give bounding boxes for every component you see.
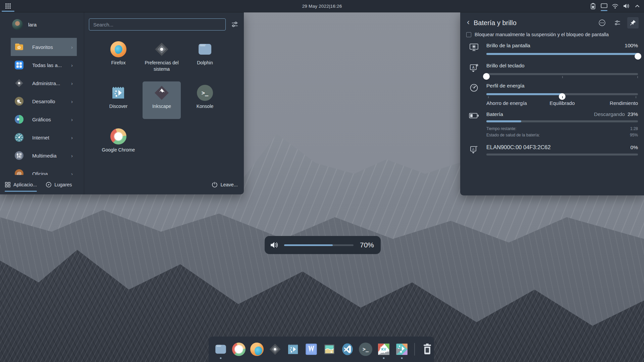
category-favoritos[interactable]: Favoritos › bbox=[11, 38, 77, 56]
peripheral-battery-icon: A bbox=[466, 144, 482, 156]
display-tray-button[interactable] bbox=[600, 1, 608, 11]
dock-item-vscode[interactable] bbox=[341, 343, 354, 356]
search-input[interactable] bbox=[89, 18, 226, 31]
touchpad-progressbar bbox=[486, 154, 638, 156]
tab-label: Aplicacio... bbox=[13, 182, 37, 187]
svg-text:KV: KV bbox=[381, 348, 386, 351]
system-settings-icon bbox=[268, 343, 282, 356]
development-icon bbox=[14, 96, 24, 106]
volume-osd: 70% bbox=[265, 236, 381, 254]
user-header: lara bbox=[0, 12, 84, 30]
slider-handle[interactable] bbox=[635, 53, 641, 60]
battery-health-value: 95% bbox=[630, 132, 638, 138]
chevron-up-icon bbox=[635, 3, 640, 9]
profile-option-rendimiento[interactable]: Rendimiento bbox=[587, 100, 638, 106]
category-list: Favoritos › Todas las a... › Administra.… bbox=[11, 38, 77, 175]
chevron-right-icon: › bbox=[71, 117, 73, 122]
power-profile-slider[interactable] bbox=[486, 91, 638, 98]
back-button[interactable]: ‹ bbox=[467, 18, 470, 27]
battery-section: Batería Descargando 23% Tiempo restante:… bbox=[466, 111, 638, 139]
konsole-icon: >_ bbox=[197, 85, 213, 101]
dock-item-konsole[interactable]: >_ bbox=[359, 343, 372, 356]
app-discover[interactable]: Discover bbox=[99, 81, 138, 119]
app-label: Konsole bbox=[197, 103, 214, 110]
category-graficos[interactable]: Gráficos › bbox=[11, 110, 77, 128]
volume-osd-bar bbox=[284, 244, 354, 246]
app-preferencias-del-sistema[interactable]: Preferencias del sistema bbox=[143, 38, 181, 75]
volume-icon bbox=[623, 3, 630, 9]
app-label: Firefox bbox=[111, 60, 126, 66]
category-todas-las-aplicaciones[interactable]: Todas las a... › bbox=[11, 56, 77, 74]
configure-button[interactable] bbox=[612, 17, 623, 28]
dock-item-discover[interactable] bbox=[286, 343, 300, 356]
expand-tray-button[interactable] bbox=[633, 1, 641, 11]
category-multimedia[interactable]: Multimedia › bbox=[11, 146, 77, 165]
power-profile-options: Ahorro de energía Equilibrado Rendimient… bbox=[486, 100, 638, 106]
dock-item-kvantum[interactable]: KV bbox=[377, 343, 390, 356]
category-internet[interactable]: Internet › bbox=[11, 128, 77, 146]
dock-item-dolphin[interactable] bbox=[214, 343, 227, 356]
image-viewer-icon bbox=[323, 343, 336, 356]
top-panel: 29 May 2022|16:26 bbox=[0, 0, 644, 12]
network-tray-button[interactable] bbox=[611, 1, 619, 11]
chevron-right-icon: › bbox=[71, 44, 73, 50]
tab-aplicaciones[interactable]: Aplicacio... bbox=[5, 175, 37, 194]
speaker-icon bbox=[270, 241, 279, 249]
section-label: Batería bbox=[486, 111, 594, 117]
multimedia-icon bbox=[14, 150, 24, 161]
touchpad-value: 0% bbox=[631, 144, 638, 150]
keyboard-brightness-slider[interactable] bbox=[486, 71, 638, 77]
dock-item-image-viewer[interactable] bbox=[323, 343, 336, 356]
clock[interactable]: 29 May 2022|16:26 bbox=[302, 4, 342, 9]
dolphin-icon bbox=[197, 41, 213, 57]
profile-option-ahorro[interactable]: Ahorro de energía bbox=[486, 100, 537, 106]
google-chrome-icon bbox=[110, 128, 126, 144]
chevron-right-icon: › bbox=[71, 153, 73, 159]
category-oficina[interactable]: @ Oficina › bbox=[11, 165, 77, 175]
dock-item-firefox[interactable] bbox=[250, 343, 264, 356]
app-konsole[interactable]: >_ Konsole bbox=[186, 81, 224, 119]
battery-tray-button[interactable] bbox=[589, 1, 597, 11]
manual-lock-checkbox-row[interactable]: Bloquear manualmente la suspensión y el … bbox=[466, 32, 640, 37]
app-google-chrome[interactable]: Google Chrome bbox=[99, 125, 138, 163]
color-theme-app-icon bbox=[395, 343, 409, 356]
app-inkscape[interactable]: Inkscape bbox=[143, 81, 181, 119]
category-label: Gráficos bbox=[32, 117, 63, 122]
writer-w-icon bbox=[305, 343, 318, 356]
profile-option-equilibrado[interactable]: Equilibrado bbox=[537, 100, 588, 106]
favorites-folder-icon bbox=[14, 42, 24, 52]
screen-brightness-value: 100% bbox=[625, 43, 638, 49]
pin-button[interactable] bbox=[627, 17, 639, 28]
discover-icon bbox=[110, 85, 126, 101]
volume-tray-button[interactable] bbox=[622, 1, 630, 11]
category-administracion[interactable]: Administra... › bbox=[11, 74, 77, 92]
dock-item-writer[interactable] bbox=[305, 343, 318, 356]
filter-icon[interactable] bbox=[231, 21, 238, 28]
app-firefox[interactable]: Firefox bbox=[99, 38, 138, 75]
dolphin-icon bbox=[214, 343, 227, 356]
meatball-menu-button[interactable] bbox=[596, 17, 608, 28]
section-label: Brillo del teclado bbox=[486, 63, 638, 69]
power-profile-gauge-icon bbox=[466, 83, 482, 106]
time-remaining-value: 1:28 bbox=[630, 126, 638, 132]
app-grid-icon bbox=[5, 3, 11, 9]
screen-brightness-slider[interactable] bbox=[486, 51, 638, 57]
configure-icon bbox=[614, 19, 621, 26]
volume-osd-value: 70% bbox=[359, 241, 374, 249]
application-launcher-button[interactable] bbox=[0, 0, 16, 12]
category-label: Desarrollo bbox=[32, 99, 63, 104]
slider-handle[interactable] bbox=[483, 73, 490, 80]
leave-button[interactable]: Leave... bbox=[212, 182, 238, 188]
tab-lugares[interactable]: Lugares bbox=[46, 175, 72, 194]
app-dolphin[interactable]: Dolphin bbox=[186, 38, 224, 75]
battery-section-icon bbox=[466, 111, 482, 139]
category-desarrollo[interactable]: Desarrollo › bbox=[11, 92, 77, 110]
inkscape-icon bbox=[154, 85, 170, 101]
avatar[interactable] bbox=[12, 19, 23, 30]
checkbox-unchecked[interactable] bbox=[466, 32, 471, 37]
category-label: Favoritos bbox=[32, 44, 63, 50]
dock-item-trash[interactable] bbox=[421, 343, 434, 356]
dock-item-system-settings[interactable] bbox=[268, 343, 282, 356]
dock-item-google-chrome[interactable] bbox=[232, 343, 246, 356]
dock-item-color-theme-app[interactable] bbox=[395, 343, 409, 356]
